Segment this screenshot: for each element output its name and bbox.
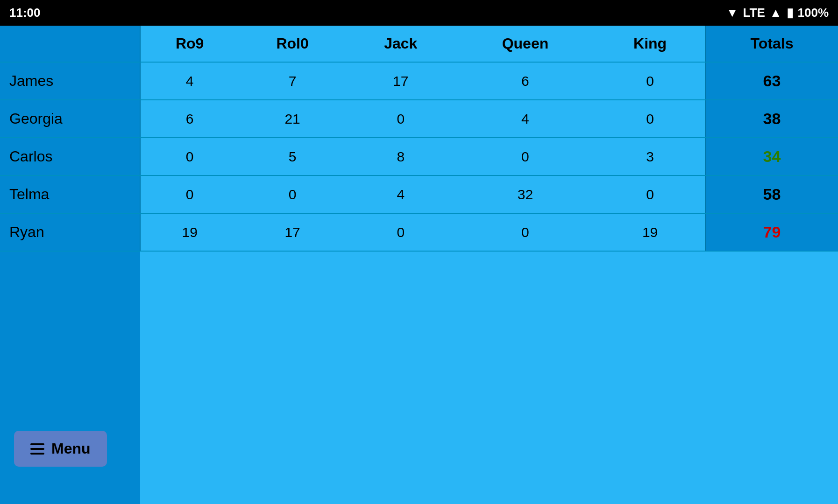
- cell-ro10-4[interactable]: 17: [239, 213, 346, 251]
- cell-queen-1[interactable]: 4: [455, 100, 595, 138]
- wifi-icon: ▼: [726, 6, 739, 20]
- status-icons: ▼ LTE ▲ ▮ 100%: [726, 6, 829, 20]
- cell-total-3: 58: [705, 175, 838, 213]
- cell-king-0[interactable]: 0: [595, 62, 705, 100]
- cell-ro10-0[interactable]: 7: [239, 62, 346, 100]
- cell-jack-2[interactable]: 8: [346, 138, 455, 175]
- player-name-3: Telma: [0, 175, 140, 213]
- cell-total-1: 38: [705, 100, 838, 138]
- main-content: Ro9 Rol0 Jack Queen King Totals James 4 …: [0, 26, 838, 504]
- table-row[interactable]: Georgia 6 21 0 4 0 38: [0, 100, 838, 138]
- cell-ro9-1[interactable]: 6: [140, 100, 239, 138]
- cell-ro10-2[interactable]: 5: [239, 138, 346, 175]
- cell-ro10-1[interactable]: 21: [239, 100, 346, 138]
- header-king: King: [595, 26, 705, 62]
- cell-ro10-3[interactable]: 0: [239, 175, 346, 213]
- cell-jack-4[interactable]: 0: [346, 213, 455, 251]
- header-name: [0, 26, 140, 62]
- cell-total-2: 34: [705, 138, 838, 175]
- cell-queen-0[interactable]: 6: [455, 62, 595, 100]
- cell-jack-3[interactable]: 4: [346, 175, 455, 213]
- status-bar: 11:00 ▼ LTE ▲ ▮ 100%: [0, 0, 838, 26]
- cell-jack-1[interactable]: 0: [346, 100, 455, 138]
- cell-king-3[interactable]: 0: [595, 175, 705, 213]
- menu-label: Menu: [51, 440, 91, 457]
- header-ro10: Rol0: [239, 26, 346, 62]
- table-row[interactable]: Carlos 0 5 8 0 3 34: [0, 138, 838, 175]
- player-name-1: Georgia: [0, 100, 140, 138]
- table-row[interactable]: Telma 0 0 4 32 0 58: [0, 175, 838, 213]
- cell-king-4[interactable]: 19: [595, 213, 705, 251]
- battery-label: 100%: [798, 6, 829, 20]
- cell-total-4: 79: [705, 213, 838, 251]
- player-name-0: James: [0, 62, 140, 100]
- cell-king-2[interactable]: 3: [595, 138, 705, 175]
- cell-king-1[interactable]: 0: [595, 100, 705, 138]
- cell-queen-2[interactable]: 0: [455, 138, 595, 175]
- score-table: Ro9 Rol0 Jack Queen King Totals James 4 …: [0, 26, 838, 252]
- header-queen: Queen: [455, 26, 595, 62]
- signal-icon: ▲: [770, 6, 782, 20]
- header-ro9: Ro9: [140, 26, 239, 62]
- table-row[interactable]: James 4 7 17 6 0 63: [0, 62, 838, 100]
- lte-label: LTE: [743, 6, 765, 20]
- player-name-4: Ryan: [0, 213, 140, 251]
- cell-queen-3[interactable]: 32: [455, 175, 595, 213]
- player-name-2: Carlos: [0, 138, 140, 175]
- cell-total-0: 63: [705, 62, 838, 100]
- cell-jack-0[interactable]: 17: [346, 62, 455, 100]
- cell-ro9-4[interactable]: 19: [140, 213, 239, 251]
- time-display: 11:00: [9, 6, 41, 20]
- table-row[interactable]: Ryan 19 17 0 0 19 79: [0, 213, 838, 251]
- header-totals: Totals: [705, 26, 838, 62]
- cell-ro9-0[interactable]: 4: [140, 62, 239, 100]
- menu-button[interactable]: Menu: [14, 431, 107, 467]
- hamburger-icon: [30, 443, 44, 455]
- cell-queen-4[interactable]: 0: [455, 213, 595, 251]
- cell-ro9-2[interactable]: 0: [140, 138, 239, 175]
- header-jack: Jack: [346, 26, 455, 62]
- cell-ro9-3[interactable]: 0: [140, 175, 239, 213]
- battery-icon: ▮: [787, 6, 793, 20]
